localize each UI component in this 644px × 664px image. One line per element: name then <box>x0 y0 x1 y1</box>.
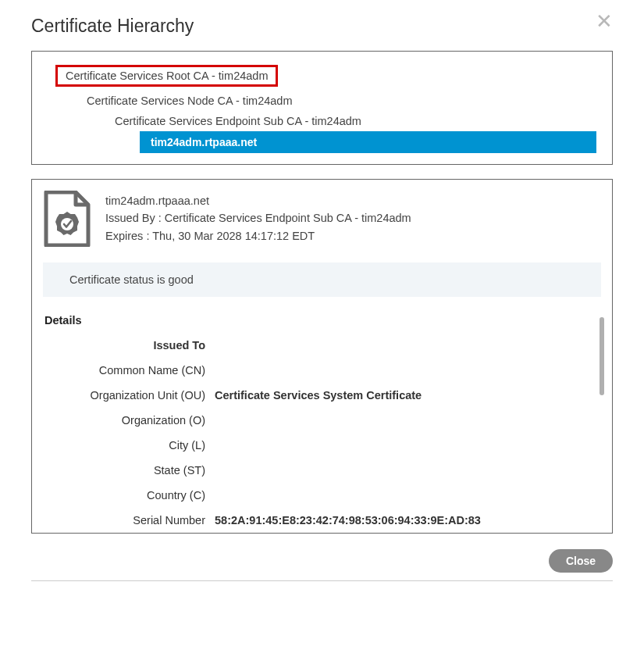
close-button[interactable]: Close <box>549 549 613 573</box>
details-row-city: City (L) <box>43 439 592 452</box>
summary-expires-label: Expires : <box>105 230 152 242</box>
details-value <box>215 464 592 477</box>
details-value <box>215 414 592 427</box>
details-row-o: Organization (O) <box>43 414 592 427</box>
details-label: Organization (O) <box>43 414 215 427</box>
details-row-cn: Common Name (CN) <box>43 364 592 377</box>
details-label: City (L) <box>43 439 215 452</box>
summary-expires-row: Expires : Thu, 30 Mar 2028 14:17:12 EDT <box>105 227 411 245</box>
close-icon[interactable]: ✕ <box>596 11 613 31</box>
svg-point-0 <box>61 218 73 230</box>
details-table: Issued To Common Name (CN) Organization … <box>43 339 592 527</box>
hierarchy-item-node-ca[interactable]: Certificate Services Node CA - tim24adm <box>87 91 600 111</box>
status-message: Certificate status is good <box>69 273 194 286</box>
details-label: State (ST) <box>43 464 215 477</box>
summary-expires-value: Thu, 30 Mar 2028 14:17:12 EDT <box>152 230 315 242</box>
dialog-footer: Close <box>31 549 613 581</box>
details-label: Organization Unit (OU) <box>43 389 215 402</box>
details-scroll-area[interactable]: Details Issued To Common Name (CN) Organ… <box>43 314 607 530</box>
details-value <box>215 489 592 502</box>
hierarchy-item-root-ca[interactable]: Certificate Services Root CA - tim24adm <box>44 61 600 91</box>
details-row-country: Country (C) <box>43 489 592 502</box>
details-row-state: State (ST) <box>43 464 592 477</box>
certificate-icon <box>43 191 91 247</box>
hierarchy-item-label: Certificate Services Node CA - tim24adm <box>87 95 293 107</box>
summary-issued-by-label: Issued By : <box>105 212 165 224</box>
section-title: Issued To <box>43 339 215 352</box>
summary-subject: tim24adm.rtpaaa.net <box>105 192 411 209</box>
hierarchy-item-label: Certificate Services Endpoint Sub CA - t… <box>115 115 361 127</box>
hierarchy-item-label: Certificate Services Root CA - tim24adm <box>55 65 278 87</box>
dialog-header: Certificate Hierarchy ✕ <box>31 16 613 37</box>
details-label: Serial Number <box>43 514 215 527</box>
details-label: Common Name (CN) <box>43 364 215 377</box>
certificate-summary-text: tim24adm.rtpaaa.net Issued By : Certific… <box>105 191 411 245</box>
details-section-issued-to: Issued To <box>43 339 592 352</box>
hierarchy-item-selected[interactable]: tim24adm.rtpaaa.net <box>140 131 596 153</box>
details-heading: Details <box>44 314 592 327</box>
details-row-ou: Organization Unit (OU) Certificate Servi… <box>43 389 592 402</box>
hierarchy-item-endpoint-sub-ca[interactable]: Certificate Services Endpoint Sub CA - t… <box>115 111 600 131</box>
certificate-details-panel: tim24adm.rtpaaa.net Issued By : Certific… <box>31 179 613 534</box>
hierarchy-item-label: tim24adm.rtpaaa.net <box>140 131 596 153</box>
details-value <box>215 439 592 452</box>
details-row-serial: Serial Number 58:2A:91:45:E8:23:42:74:98… <box>43 514 592 527</box>
details-value <box>215 364 592 377</box>
details-value: 58:2A:91:45:E8:23:42:74:98:53:06:94:33:9… <box>215 514 592 527</box>
summary-issued-by-value: Certificate Services Endpoint Sub CA - t… <box>165 212 411 224</box>
certificate-status: Certificate status is good <box>43 262 601 297</box>
dialog-title: Certificate Hierarchy <box>31 16 194 37</box>
details-label: Country (C) <box>43 489 215 502</box>
certificate-summary: tim24adm.rtpaaa.net Issued By : Certific… <box>43 191 607 247</box>
summary-issued-by-row: Issued By : Certificate Services Endpoin… <box>105 209 411 227</box>
details-value: Certificate Services System Certificate <box>215 389 592 402</box>
hierarchy-panel: Certificate Services Root CA - tim24adm … <box>31 51 613 165</box>
